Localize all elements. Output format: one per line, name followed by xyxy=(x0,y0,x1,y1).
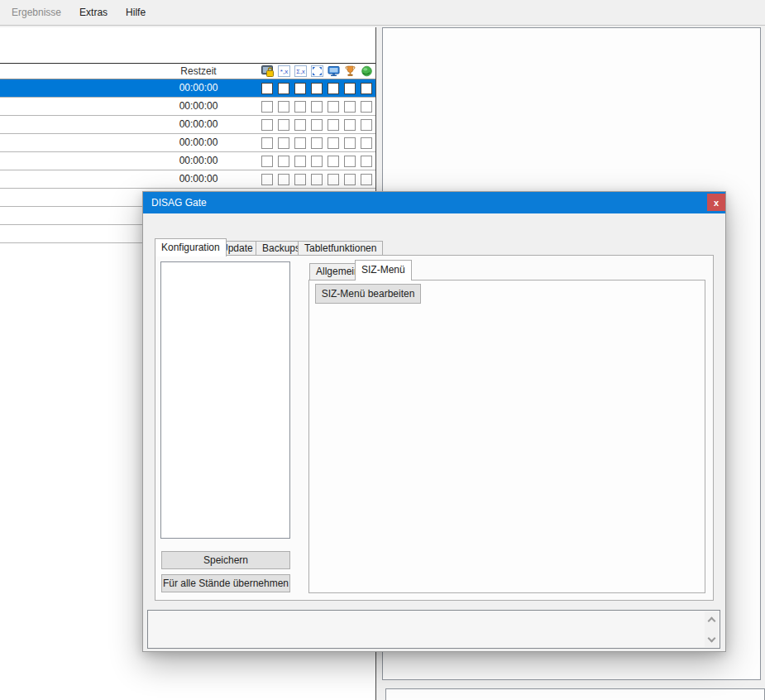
checkbox[interactable] xyxy=(311,101,323,113)
checkbox[interactable] xyxy=(261,101,273,113)
chevron-up-icon xyxy=(708,616,716,625)
checkbox-cell xyxy=(325,152,342,170)
checkbox[interactable] xyxy=(361,119,372,131)
menu-item-hilfe[interactable]: Hilfe xyxy=(117,3,155,22)
log-scrollbar[interactable] xyxy=(705,611,719,647)
trophy-icon[interactable] xyxy=(342,65,358,78)
checkbox[interactable] xyxy=(311,174,323,185)
save-button[interactable]: Speichern xyxy=(161,551,290,569)
expand-icon[interactable] xyxy=(308,65,325,78)
checkbox[interactable] xyxy=(344,83,356,94)
sum-x-icon[interactable]: Σ,x xyxy=(292,65,308,78)
checkbox[interactable] xyxy=(278,119,289,131)
checkbox[interactable] xyxy=(261,119,273,131)
checkbox[interactable] xyxy=(311,119,323,131)
checkbox-cell xyxy=(325,134,342,151)
scroll-up-button[interactable] xyxy=(705,613,719,626)
checkbox[interactable] xyxy=(278,174,289,185)
apply-all-button[interactable]: Für alle Stände übernehmen xyxy=(161,574,290,592)
checkbox-cell xyxy=(259,134,275,151)
restzeit-cell: 00:00:00 xyxy=(153,98,244,115)
checkbox-cell xyxy=(358,98,375,115)
stand-listbox[interactable] xyxy=(160,261,290,539)
table-row[interactable]: 00:00:00 xyxy=(0,98,375,116)
checkbox-cell xyxy=(259,98,275,115)
tab-konfiguration[interactable]: Konfiguration xyxy=(155,238,227,257)
checkbox[interactable] xyxy=(311,137,323,149)
checkbox[interactable] xyxy=(328,137,339,149)
checkbox-cell xyxy=(308,98,325,115)
table-row[interactable]: 00:00:00 xyxy=(0,79,375,98)
monitor-icon[interactable] xyxy=(325,65,342,78)
checkbox-cell xyxy=(292,170,308,188)
checkbox-cell xyxy=(325,170,342,188)
checkbox[interactable] xyxy=(344,174,356,185)
tab-tabletfunktionen[interactable]: Tabletfunktionen xyxy=(298,241,383,255)
table-row[interactable]: 00:00:00 xyxy=(0,152,375,170)
checkbox[interactable] xyxy=(278,83,289,94)
checkbox[interactable] xyxy=(261,156,273,167)
menu-item-ergebnisse[interactable]: Ergebnisse xyxy=(2,3,70,22)
checkbox[interactable] xyxy=(311,156,323,167)
checkbox[interactable] xyxy=(261,137,273,149)
asterisk-x-icon[interactable]: *,x xyxy=(275,65,292,78)
checkbox[interactable] xyxy=(294,83,306,94)
globe-icon[interactable] xyxy=(358,65,375,78)
checkbox[interactable] xyxy=(328,83,339,94)
checkbox-cell xyxy=(358,79,375,97)
checkbox[interactable] xyxy=(361,101,372,113)
checkbox-cell xyxy=(259,79,275,97)
checkbox[interactable] xyxy=(344,119,356,131)
checkbox-cell xyxy=(308,152,325,170)
siz-edit-button[interactable]: SIZ-Menü bearbeiten xyxy=(315,284,421,304)
menu-item-extras[interactable]: Extras xyxy=(70,3,117,22)
tab-siz-menu[interactable]: SIZ-Menü xyxy=(355,260,412,280)
checkbox[interactable] xyxy=(261,174,273,185)
checkbox[interactable] xyxy=(294,101,306,113)
screen-lock-icon[interactable] xyxy=(259,65,275,78)
dialog-titlebar[interactable]: DISAG Gate x xyxy=(143,192,725,213)
checkbox[interactable] xyxy=(361,83,372,94)
table-row[interactable]: 00:00:00 xyxy=(0,116,375,134)
checkbox-cell xyxy=(275,152,292,170)
checkbox[interactable] xyxy=(261,83,273,94)
checkbox[interactable] xyxy=(344,137,356,149)
checkbox[interactable] xyxy=(294,137,306,149)
svg-text:*,x: *,x xyxy=(280,68,287,75)
checkbox-cell xyxy=(292,98,308,115)
checkbox[interactable] xyxy=(294,119,306,131)
table-row[interactable]: 00:00:00 xyxy=(0,170,375,189)
checkbox[interactable] xyxy=(278,137,289,149)
checkbox[interactable] xyxy=(344,156,356,167)
checkbox[interactable] xyxy=(294,174,306,185)
checkbox-cell xyxy=(358,116,375,133)
checkbox[interactable] xyxy=(328,156,339,167)
checkbox-cell xyxy=(342,134,358,151)
checkbox[interactable] xyxy=(311,83,323,94)
checkbox[interactable] xyxy=(328,174,339,185)
checkbox-cell xyxy=(292,79,308,97)
restzeit-cell: 00:00:00 xyxy=(153,116,244,133)
checkbox-cell xyxy=(342,79,358,97)
checkbox[interactable] xyxy=(361,156,372,167)
checkbox[interactable] xyxy=(361,174,372,185)
checkbox[interactable] xyxy=(361,137,372,149)
checkbox[interactable] xyxy=(344,101,356,113)
checkbox-cell xyxy=(358,170,375,188)
close-button[interactable]: x xyxy=(707,194,725,211)
scroll-down-button[interactable] xyxy=(705,633,719,645)
checkbox[interactable] xyxy=(278,156,289,167)
checkbox[interactable] xyxy=(278,101,289,113)
table-row[interactable]: 00:00:00 xyxy=(0,134,375,152)
log-textbox[interactable] xyxy=(147,610,720,649)
chevron-down-icon xyxy=(708,634,716,642)
checkbox[interactable] xyxy=(294,156,306,167)
checkbox-cell xyxy=(342,98,358,115)
checkbox[interactable] xyxy=(328,119,339,131)
checkbox-cell xyxy=(325,116,342,133)
checkbox[interactable] xyxy=(328,101,339,113)
checkbox-cell xyxy=(308,170,325,188)
checkbox-cell xyxy=(275,79,292,97)
checkbox-cell xyxy=(292,152,308,170)
checkbox-cell xyxy=(358,134,375,151)
